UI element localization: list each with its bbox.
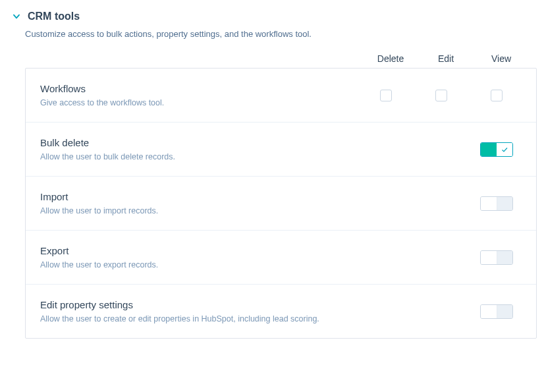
row-title: Bulk delete bbox=[40, 137, 358, 148]
col-edit: Edit bbox=[418, 53, 474, 64]
row-title: Export bbox=[40, 245, 358, 256]
chevron-down-icon bbox=[12, 12, 21, 21]
workflows-view-checkbox[interactable] bbox=[491, 90, 503, 101]
row-text: Edit property settingsAllow the user to … bbox=[40, 299, 358, 323]
row-controls bbox=[358, 304, 524, 319]
section-header[interactable]: CRM tools bbox=[9, 11, 537, 22]
row-controls bbox=[358, 90, 524, 101]
col-delete: Delete bbox=[363, 53, 418, 64]
table-row: ExportAllow the user to export records. bbox=[26, 231, 536, 285]
row-title: Workflows bbox=[40, 83, 358, 94]
row-description: Allow the user to export records. bbox=[40, 260, 358, 269]
row-text: ExportAllow the user to export records. bbox=[40, 245, 358, 269]
row-description: Allow the user to bulk delete records. bbox=[40, 152, 358, 161]
row-text: ImportAllow the user to import records. bbox=[40, 191, 358, 215]
row-controls bbox=[358, 196, 524, 211]
row-controls bbox=[358, 142, 524, 157]
table-row: Bulk deleteAllow the user to bulk delete… bbox=[26, 123, 536, 177]
section-description: Customize access to bulk actions, proper… bbox=[25, 29, 537, 39]
edit-property-settings-toggle[interactable] bbox=[480, 304, 513, 319]
row-text: WorkflowsGive access to the workflows to… bbox=[40, 83, 358, 107]
workflows-edit-checkbox[interactable] bbox=[435, 90, 447, 101]
row-title: Import bbox=[40, 191, 358, 202]
row-description: Allow the user to create or edit propert… bbox=[40, 314, 358, 323]
row-description: Give access to the workflows tool. bbox=[40, 98, 358, 107]
col-view: View bbox=[474, 53, 529, 64]
table-row: WorkflowsGive access to the workflows to… bbox=[26, 69, 536, 123]
workflows-delete-checkbox[interactable] bbox=[380, 90, 392, 101]
bulk-delete-toggle[interactable] bbox=[480, 142, 513, 157]
column-headers: Delete Edit View bbox=[25, 53, 537, 64]
check-icon bbox=[501, 146, 508, 154]
import-toggle[interactable] bbox=[480, 196, 513, 211]
row-description: Allow the user to import records. bbox=[40, 206, 358, 215]
export-toggle[interactable] bbox=[480, 250, 513, 265]
section-title: CRM tools bbox=[28, 11, 80, 22]
table-row: Edit property settingsAllow the user to … bbox=[26, 285, 536, 338]
row-title: Edit property settings bbox=[40, 299, 358, 310]
table-row: ImportAllow the user to import records. bbox=[26, 177, 536, 231]
row-controls bbox=[358, 250, 524, 265]
permissions-table: WorkflowsGive access to the workflows to… bbox=[25, 68, 537, 339]
row-text: Bulk deleteAllow the user to bulk delete… bbox=[40, 137, 358, 161]
